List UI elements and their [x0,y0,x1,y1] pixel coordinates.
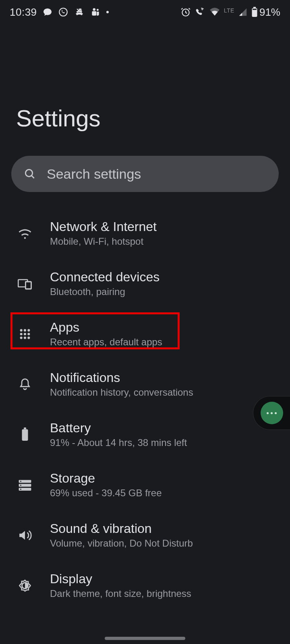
svg-rect-21 [22,429,28,441]
battery-text: 91% [259,6,280,19]
signal-icon [238,8,247,17]
item-title: Sound & vibration [50,521,279,536]
settings-item-connected-devices[interactable]: Connected devices Bluetooth, pairing [0,258,290,309]
battery-indicator: 91% [251,6,280,19]
svg-point-18 [20,336,23,339]
brightness-icon [16,578,34,593]
gesture-nav-handle[interactable] [105,637,185,640]
storage-icon [16,479,34,491]
svg-point-27 [20,485,21,486]
svg-rect-7 [253,9,257,10]
svg-rect-3 [92,11,96,16]
wifi-calling-icon [195,7,205,17]
settings-item-battery[interactable]: Battery 91% - About 14 hrs, 38 mins left [0,409,290,460]
battery-icon [16,427,34,442]
svg-point-28 [20,489,21,490]
item-subtitle: 91% - About 14 hrs, 38 mins left [50,437,279,448]
svg-point-14 [27,329,30,331]
svg-point-13 [24,329,26,331]
item-title: Apps [50,320,279,335]
settings-item-storage[interactable]: Storage 69% used - 39.45 GB free [0,460,290,510]
item-subtitle: Recent apps, default apps [50,336,279,348]
search-icon [23,167,36,180]
status-time: 10:39 [10,6,37,19]
svg-point-26 [20,481,21,482]
status-left: 10:39 [10,6,109,19]
status-right: LTE 91% [180,6,280,19]
item-subtitle: Dark theme, font size, brightness [50,588,279,599]
item-title: Display [50,572,279,586]
devices-icon [16,278,34,290]
svg-point-19 [24,336,26,339]
network-type-label: LTE [224,7,234,14]
svg-point-16 [24,332,26,335]
alarm-icon [180,7,191,17]
battery-icon [251,7,258,17]
item-title: Notifications [50,370,279,385]
svg-point-8 [25,169,32,176]
settings-item-network[interactable]: Network & Internet Mobile, Wi-Fi, hotspo… [0,208,290,258]
volume-icon [16,529,34,542]
wifi-icon [16,227,34,239]
more-icon [261,402,283,424]
settings-item-apps[interactable]: Apps Recent apps, default apps [0,309,290,359]
item-subtitle: Notification history, conversations [50,387,279,398]
search-placeholder: Search settings [47,166,141,182]
whatsapp-icon [58,7,68,17]
svg-rect-6 [253,7,256,8]
edge-assist-button[interactable] [253,396,290,430]
svg-point-12 [20,329,23,331]
item-subtitle: 69% used - 39.45 GB free [50,487,279,499]
svg-point-1 [93,8,95,11]
item-title: Storage [50,471,279,486]
svg-rect-10 [25,281,31,289]
item-subtitle: Volume, vibration, Do Not Disturb [50,538,279,549]
svg-point-17 [27,332,30,335]
item-subtitle: Mobile, Wi-Fi, hotspot [50,236,279,247]
missed-call-icon [74,7,85,17]
settings-item-sound[interactable]: Sound & vibration Volume, vibration, Do … [0,510,290,560]
search-settings-input[interactable]: Search settings [11,156,279,192]
page-title: Settings [0,24,290,156]
wifi-icon [209,8,220,17]
svg-point-15 [20,332,23,335]
item-title: Battery [50,421,279,436]
item-title: Connected devices [50,270,279,285]
settings-item-display[interactable]: Display Dark theme, font size, brightnes… [0,560,290,611]
apps-grid-icon [16,328,34,341]
settings-item-notifications[interactable]: Notifications Notification history, conv… [0,359,290,409]
status-bar: 10:39 LTE [0,0,290,24]
svg-point-2 [97,9,99,11]
bell-icon [16,377,34,392]
chat-icon [43,7,52,17]
item-title: Network & Internet [50,219,279,234]
svg-point-0 [59,8,67,16]
item-subtitle: Bluetooth, pairing [50,286,279,297]
svg-rect-22 [24,427,26,429]
settings-list: Network & Internet Mobile, Wi-Fi, hotspo… [0,208,290,611]
svg-point-20 [27,336,30,339]
more-notifications-icon [106,11,109,13]
teams-icon [90,7,101,17]
